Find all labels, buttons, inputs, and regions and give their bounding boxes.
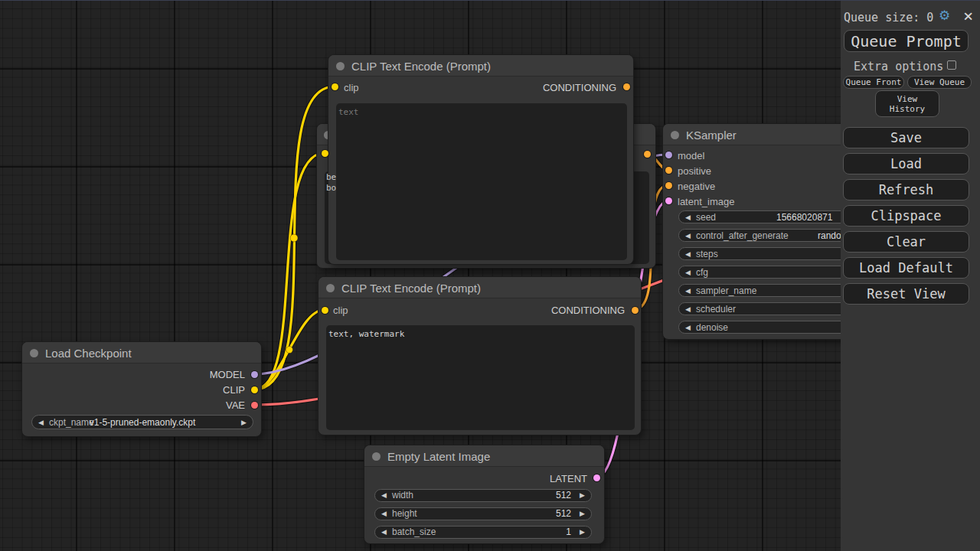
- collapse-circle-icon[interactable]: [30, 349, 38, 357]
- input-label-model: model: [678, 150, 704, 161]
- input-label-latent-image: latent_image: [678, 196, 734, 207]
- queue-front-button[interactable]: Queue Front: [843, 76, 904, 89]
- widget-value: 15668020871: [776, 212, 832, 223]
- node-load-checkpoint[interactable]: Load Checkpoint MODEL CLIP VAE ◀ ckpt_na…: [21, 341, 262, 437]
- clipspace-button[interactable]: Clipspace: [843, 205, 969, 227]
- textarea-placeholder: text: [338, 107, 359, 117]
- decrement-arrow-icon[interactable]: ◀: [381, 491, 387, 499]
- view-queue-button[interactable]: View Queue: [907, 76, 972, 89]
- input-port-clip[interactable]: [322, 150, 328, 157]
- clear-button[interactable]: Clear: [843, 231, 969, 253]
- close-icon[interactable]: ×: [963, 6, 973, 25]
- widget-steps[interactable]: ◀ steps: [678, 247, 864, 260]
- node-title: Load Checkpoint: [45, 347, 132, 360]
- load-default-button[interactable]: Load Default: [843, 257, 969, 279]
- increment-arrow-icon[interactable]: ▶: [580, 510, 585, 517]
- extra-options-checkbox[interactable]: [947, 60, 956, 70]
- hidden-prompt-visible-text: bebo: [326, 172, 336, 193]
- node-title: KSampler: [686, 129, 737, 142]
- output-port-conditioning[interactable]: [632, 307, 639, 314]
- node-empty-latent-image[interactable]: Empty Latent Image LATENT ◀ width 512 ▶ …: [364, 445, 605, 544]
- widget-value: v1-5-pruned-emaonly.ckpt: [90, 417, 196, 428]
- widget-label: scheduler: [696, 304, 736, 315]
- widget-label: steps: [696, 249, 718, 259]
- output-label-latent: LATENT: [550, 473, 587, 484]
- node-title: Empty Latent Image: [387, 450, 490, 463]
- increment-arrow-icon[interactable]: ▶: [580, 491, 585, 499]
- increment-arrow-icon[interactable]: ▶: [241, 418, 247, 425]
- view-history-button[interactable]: View History: [875, 90, 939, 117]
- widget-sampler-name[interactable]: ◀ sampler_name: [678, 284, 864, 297]
- collapse-circle-icon[interactable]: [671, 131, 679, 139]
- widget-label: ckpt_name: [49, 417, 94, 428]
- collapse-circle-icon[interactable]: [336, 62, 345, 70]
- extra-options-label: Extra options: [854, 60, 943, 73]
- node-title: CLIP Text Encode (Prompt): [341, 282, 481, 295]
- decrement-arrow-icon[interactable]: ◀: [685, 249, 691, 257]
- reset-view-button[interactable]: Reset View: [843, 283, 969, 305]
- collapse-circle-icon[interactable]: [326, 284, 335, 292]
- link-dot: [286, 347, 293, 354]
- output-port-vae[interactable]: [251, 402, 258, 409]
- widget-control-after-generate[interactable]: ◀ control_after_generate randomize: [678, 229, 864, 242]
- input-port-latent-image[interactable]: [665, 197, 672, 204]
- decrement-arrow-icon[interactable]: ◀: [685, 286, 691, 294]
- input-port-clip[interactable]: [322, 307, 328, 314]
- output-port-model[interactable]: [251, 371, 258, 378]
- widget-label: denoise: [696, 322, 728, 333]
- widget-label: height: [392, 508, 417, 519]
- widget-height[interactable]: ◀ height 512 ▶: [374, 507, 592, 520]
- output-port-conditioning[interactable]: [623, 83, 630, 90]
- input-port-negative[interactable]: [665, 182, 672, 189]
- input-port-model[interactable]: [665, 152, 672, 158]
- widget-width[interactable]: ◀ width 512 ▶: [374, 489, 592, 502]
- queue-prompt-button[interactable]: Queue Prompt: [844, 30, 969, 52]
- node-clip-text-encode-negative[interactable]: CLIP Text Encode (Prompt) clip CONDITION…: [318, 276, 642, 435]
- save-button[interactable]: Save: [843, 127, 969, 148]
- decrement-arrow-icon[interactable]: ◀: [685, 305, 691, 312]
- widget-label: batch_size: [392, 527, 436, 537]
- widget-value: 512: [556, 508, 571, 519]
- output-label-clip: CLIP: [223, 384, 245, 396]
- decrement-arrow-icon[interactable]: ◀: [685, 268, 691, 276]
- refresh-button[interactable]: Refresh: [843, 179, 969, 201]
- collapse-circle-icon[interactable]: [372, 452, 381, 461]
- node-graph-canvas[interactable]: bebo CLIP Text Encode (Prompt) clip COND…: [0, 0, 980, 551]
- widget-denoise[interactable]: ◀ denoise: [678, 321, 864, 334]
- widget-batch-size[interactable]: ◀ batch_size 1 ▶: [374, 526, 592, 539]
- node-clip-text-encode-positive[interactable]: CLIP Text Encode (Prompt) clip CONDITION…: [328, 54, 634, 265]
- load-button[interactable]: Load: [843, 153, 969, 174]
- widget-value: 1: [566, 527, 571, 537]
- queue-size-label: Queue size: 0: [844, 11, 933, 24]
- widget-label: cfg: [696, 267, 708, 278]
- input-label-negative: negative: [678, 181, 715, 192]
- output-label-model: MODEL: [210, 369, 245, 380]
- decrement-arrow-icon[interactable]: ◀: [685, 231, 691, 239]
- output-port-conditioning[interactable]: [644, 151, 651, 158]
- prompt-textarea[interactable]: text, watermark: [326, 325, 635, 430]
- widget-ckpt-name[interactable]: ◀ ckpt_name v1-5-pruned-emaonly.ckpt ▶: [31, 415, 253, 429]
- settings-gear-icon[interactable]: ⚙: [939, 8, 950, 23]
- input-port-positive[interactable]: [665, 167, 672, 174]
- increment-arrow-icon[interactable]: ▶: [580, 528, 585, 536]
- decrement-arrow-icon[interactable]: ◀: [381, 528, 387, 536]
- output-port-latent[interactable]: [593, 474, 600, 481]
- output-port-clip[interactable]: [251, 386, 258, 393]
- input-label-positive: positive: [678, 165, 711, 177]
- widget-scheduler[interactable]: ◀ scheduler: [678, 302, 864, 315]
- input-port-clip[interactable]: [332, 83, 338, 90]
- widget-value: 512: [556, 490, 571, 500]
- widget-cfg[interactable]: ◀ cfg: [678, 266, 864, 279]
- output-label-vae: VAE: [226, 399, 245, 411]
- prompt-textarea[interactable]: text: [336, 103, 627, 260]
- decrement-arrow-icon[interactable]: ◀: [38, 418, 44, 425]
- input-label-clip: clip: [333, 305, 348, 316]
- widget-label: sampler_name: [696, 285, 756, 296]
- widget-label: width: [392, 490, 413, 500]
- node-title: CLIP Text Encode (Prompt): [351, 60, 491, 73]
- decrement-arrow-icon[interactable]: ◀: [685, 323, 691, 331]
- queue-sidebar: Queue size: 0 ⚙ × Queue Prompt Extra opt…: [841, 1, 980, 551]
- decrement-arrow-icon[interactable]: ◀: [685, 213, 691, 220]
- widget-seed[interactable]: ◀ seed 15668020871: [678, 210, 864, 223]
- decrement-arrow-icon[interactable]: ◀: [381, 510, 387, 517]
